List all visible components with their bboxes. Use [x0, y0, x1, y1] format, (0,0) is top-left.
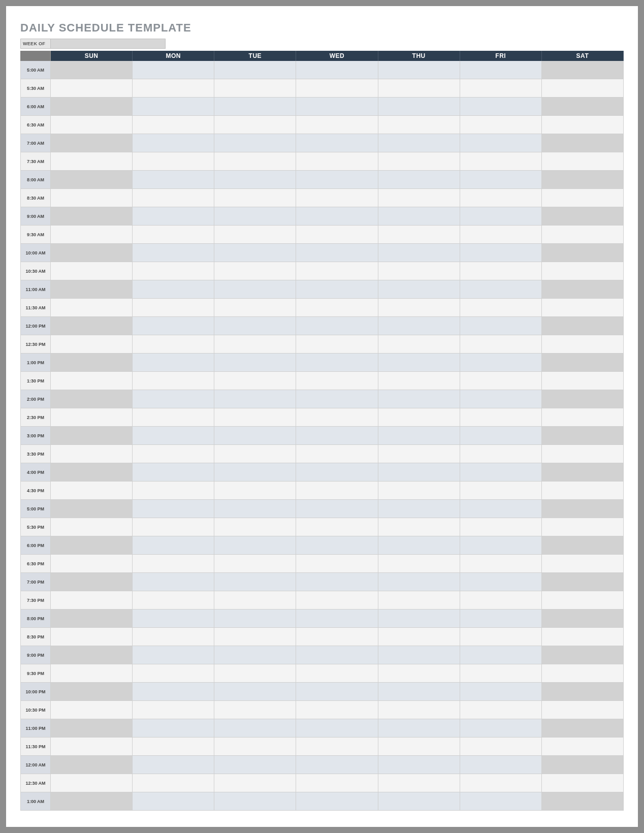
- schedule-cell[interactable]: [214, 280, 296, 299]
- schedule-cell[interactable]: [133, 463, 214, 482]
- schedule-cell[interactable]: [378, 792, 460, 811]
- schedule-cell[interactable]: [51, 299, 133, 317]
- schedule-cell[interactable]: [542, 408, 624, 427]
- schedule-cell[interactable]: [133, 189, 214, 207]
- schedule-cell[interactable]: [542, 152, 624, 171]
- schedule-cell[interactable]: [378, 226, 460, 244]
- schedule-cell[interactable]: [51, 792, 133, 811]
- schedule-cell[interactable]: [133, 79, 214, 98]
- schedule-cell[interactable]: [378, 207, 460, 226]
- schedule-cell[interactable]: [460, 555, 542, 573]
- schedule-cell[interactable]: [296, 408, 378, 427]
- schedule-cell[interactable]: [51, 408, 133, 427]
- schedule-cell[interactable]: [460, 61, 542, 79]
- schedule-cell[interactable]: [542, 463, 624, 482]
- schedule-cell[interactable]: [378, 536, 460, 555]
- schedule-cell[interactable]: [542, 536, 624, 555]
- schedule-cell[interactable]: [296, 98, 378, 116]
- schedule-cell[interactable]: [133, 646, 214, 664]
- schedule-cell[interactable]: [51, 262, 133, 280]
- schedule-cell[interactable]: [378, 427, 460, 445]
- schedule-cell[interactable]: [296, 171, 378, 189]
- schedule-cell[interactable]: [378, 463, 460, 482]
- schedule-cell[interactable]: [460, 719, 542, 738]
- schedule-cell[interactable]: [214, 646, 296, 664]
- schedule-cell[interactable]: [214, 792, 296, 811]
- schedule-cell[interactable]: [460, 299, 542, 317]
- schedule-cell[interactable]: [296, 536, 378, 555]
- schedule-cell[interactable]: [378, 189, 460, 207]
- schedule-cell[interactable]: [460, 701, 542, 719]
- schedule-cell[interactable]: [378, 701, 460, 719]
- schedule-cell[interactable]: [133, 719, 214, 738]
- schedule-cell[interactable]: [542, 500, 624, 518]
- schedule-cell[interactable]: [51, 189, 133, 207]
- schedule-cell[interactable]: [460, 244, 542, 262]
- schedule-cell[interactable]: [460, 792, 542, 811]
- schedule-cell[interactable]: [378, 518, 460, 536]
- schedule-cell[interactable]: [378, 555, 460, 573]
- schedule-cell[interactable]: [214, 116, 296, 134]
- schedule-cell[interactable]: [214, 171, 296, 189]
- schedule-cell[interactable]: [378, 482, 460, 500]
- schedule-cell[interactable]: [542, 390, 624, 408]
- schedule-cell[interactable]: [51, 79, 133, 98]
- schedule-cell[interactable]: [378, 610, 460, 628]
- schedule-cell[interactable]: [460, 152, 542, 171]
- schedule-cell[interactable]: [460, 317, 542, 335]
- schedule-cell[interactable]: [378, 280, 460, 299]
- schedule-cell[interactable]: [51, 719, 133, 738]
- schedule-cell[interactable]: [296, 701, 378, 719]
- schedule-cell[interactable]: [542, 98, 624, 116]
- schedule-cell[interactable]: [542, 207, 624, 226]
- schedule-cell[interactable]: [296, 152, 378, 171]
- schedule-cell[interactable]: [296, 189, 378, 207]
- schedule-cell[interactable]: [133, 244, 214, 262]
- schedule-cell[interactable]: [542, 628, 624, 646]
- week-of-input[interactable]: [51, 39, 166, 49]
- schedule-cell[interactable]: [296, 390, 378, 408]
- schedule-cell[interactable]: [378, 664, 460, 683]
- schedule-cell[interactable]: [51, 152, 133, 171]
- schedule-cell[interactable]: [51, 244, 133, 262]
- schedule-cell[interactable]: [378, 390, 460, 408]
- schedule-cell[interactable]: [460, 116, 542, 134]
- schedule-cell[interactable]: [542, 427, 624, 445]
- schedule-cell[interactable]: [542, 335, 624, 354]
- schedule-cell[interactable]: [296, 482, 378, 500]
- schedule-cell[interactable]: [296, 463, 378, 482]
- schedule-cell[interactable]: [296, 445, 378, 463]
- schedule-cell[interactable]: [214, 482, 296, 500]
- schedule-cell[interactable]: [214, 244, 296, 262]
- schedule-cell[interactable]: [133, 280, 214, 299]
- schedule-cell[interactable]: [133, 372, 214, 390]
- schedule-cell[interactable]: [378, 317, 460, 335]
- schedule-cell[interactable]: [51, 664, 133, 683]
- schedule-cell[interactable]: [542, 61, 624, 79]
- schedule-cell[interactable]: [542, 354, 624, 372]
- schedule-cell[interactable]: [460, 482, 542, 500]
- schedule-cell[interactable]: [51, 171, 133, 189]
- schedule-cell[interactable]: [133, 299, 214, 317]
- schedule-cell[interactable]: [214, 463, 296, 482]
- schedule-cell[interactable]: [296, 591, 378, 610]
- schedule-cell[interactable]: [214, 701, 296, 719]
- schedule-cell[interactable]: [542, 244, 624, 262]
- schedule-cell[interactable]: [296, 427, 378, 445]
- schedule-cell[interactable]: [296, 79, 378, 98]
- schedule-cell[interactable]: [214, 79, 296, 98]
- schedule-cell[interactable]: [51, 280, 133, 299]
- schedule-cell[interactable]: [378, 98, 460, 116]
- schedule-cell[interactable]: [460, 738, 542, 756]
- schedule-cell[interactable]: [51, 317, 133, 335]
- schedule-cell[interactable]: [378, 719, 460, 738]
- schedule-cell[interactable]: [133, 774, 214, 792]
- schedule-cell[interactable]: [51, 98, 133, 116]
- schedule-cell[interactable]: [133, 518, 214, 536]
- schedule-cell[interactable]: [133, 664, 214, 683]
- schedule-cell[interactable]: [460, 207, 542, 226]
- schedule-cell[interactable]: [133, 482, 214, 500]
- schedule-cell[interactable]: [378, 79, 460, 98]
- schedule-cell[interactable]: [51, 445, 133, 463]
- schedule-cell[interactable]: [296, 226, 378, 244]
